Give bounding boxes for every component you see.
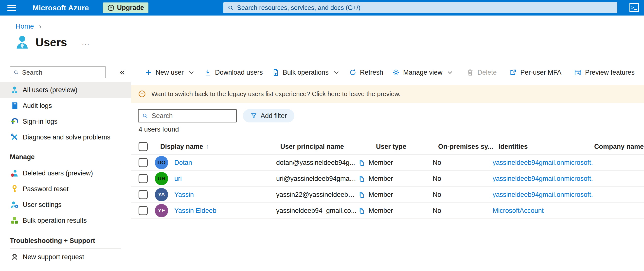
bulk-operations-button[interactable]: Bulk operations bbox=[272, 69, 340, 76]
sidebar-item-user-settings[interactable]: User settings bbox=[0, 197, 131, 213]
column-header-on-premises[interactable]: On-premises sy... bbox=[438, 143, 493, 150]
azure-portal: Microsoft Azure Upgrade >_ Home › Users … bbox=[0, 0, 644, 271]
sidebar-item-label: Sign-in logs bbox=[23, 118, 58, 125]
row-checkbox[interactable] bbox=[138, 190, 148, 199]
sign-in-logs-icon bbox=[10, 117, 19, 126]
users-table: Display name↑ User principal name User t… bbox=[131, 138, 644, 219]
preview-banner[interactable]: Want to switch back to the legacy users … bbox=[131, 85, 644, 103]
table-row: YA Yassin yassin22@yassineldeeb94... Mem… bbox=[131, 187, 644, 203]
sidebar-item-bulk-operation-results[interactable]: Bulk operation results bbox=[0, 213, 131, 228]
copy-icon[interactable] bbox=[358, 175, 366, 183]
user-principal-name: yassineldeeb94_gmail.co... bbox=[276, 207, 356, 215]
sidebar-search-input[interactable] bbox=[22, 69, 102, 76]
filter-funnel-icon bbox=[250, 112, 257, 119]
circle-minus-icon bbox=[138, 90, 146, 98]
table-header-row: Display name↑ User principal name User t… bbox=[131, 138, 644, 155]
sidebar-item-deleted-users[interactable]: Deleted users (preview) bbox=[0, 165, 131, 181]
display-name-link[interactable]: Yassin Eldeeb bbox=[174, 207, 216, 215]
identities-link[interactable]: yassineldeeb94gmail.onmicrosoft. bbox=[492, 175, 593, 183]
display-name-link[interactable]: Yassin bbox=[174, 191, 194, 199]
column-header-user-type[interactable]: User type bbox=[376, 143, 406, 150]
banner-text: Want to switch back to the legacy users … bbox=[152, 90, 401, 98]
page-title: Users bbox=[36, 36, 67, 49]
sidebar-item-label: Audit logs bbox=[23, 102, 52, 110]
sidebar-search[interactable] bbox=[10, 66, 106, 78]
main-content: New user Download users Bulk operations … bbox=[131, 0, 644, 271]
azure-brand[interactable]: Microsoft Azure bbox=[32, 4, 89, 12]
user-type: Member bbox=[368, 175, 393, 183]
copy-icon[interactable] bbox=[358, 159, 366, 167]
chevron-right-icon: › bbox=[39, 22, 42, 30]
display-name-link[interactable]: uri bbox=[174, 175, 182, 183]
on-premises-sync: No bbox=[433, 191, 441, 199]
sort-ascending-icon: ↑ bbox=[206, 143, 209, 150]
gear-icon bbox=[392, 69, 400, 76]
manage-view-button[interactable]: Manage view bbox=[392, 69, 454, 76]
copy-icon[interactable] bbox=[358, 191, 366, 199]
arrow-up-circle-icon bbox=[107, 4, 115, 11]
users-page-icon bbox=[14, 34, 30, 50]
column-header-identities[interactable]: Identities bbox=[498, 143, 528, 150]
on-premises-sync: No bbox=[433, 207, 441, 215]
select-all-checkbox[interactable] bbox=[138, 142, 148, 151]
user-icon bbox=[10, 86, 19, 94]
hamburger-menu-icon[interactable] bbox=[8, 5, 16, 11]
sidebar-item-label: Diagnose and solve problems bbox=[23, 134, 110, 141]
sidebar-item-diagnose[interactable]: Diagnose and solve problems bbox=[0, 129, 131, 145]
user-type: Member bbox=[368, 159, 393, 167]
sidebar-item-password-reset[interactable]: Password reset bbox=[0, 181, 131, 197]
download-users-button[interactable]: Download users bbox=[204, 69, 263, 76]
delete-button[interactable]: Delete bbox=[466, 69, 496, 76]
column-header-upn[interactable]: User principal name bbox=[280, 143, 344, 150]
user-principal-name: uri@yassineldeeb94gmail.... bbox=[276, 175, 358, 183]
copy-icon[interactable] bbox=[358, 207, 366, 215]
plus-icon bbox=[145, 69, 152, 76]
avatar: UR bbox=[155, 172, 168, 185]
sidebar-item-audit-logs[interactable]: Audit logs bbox=[0, 98, 131, 114]
more-options-icon[interactable]: … bbox=[81, 38, 90, 47]
search-icon bbox=[13, 69, 19, 76]
preview-features-button[interactable]: Preview features bbox=[574, 69, 635, 76]
on-premises-sync: No bbox=[433, 159, 441, 167]
sidebar-item-new-support-request[interactable]: New support request bbox=[0, 249, 131, 265]
sidebar-section-troubleshooting: Troubleshooting + Support bbox=[0, 233, 131, 249]
row-checkbox[interactable] bbox=[138, 206, 148, 215]
sidebar-item-label: All users (preview) bbox=[23, 86, 78, 94]
column-header-company-name[interactable]: Company name bbox=[594, 143, 644, 150]
column-header-display-name[interactable]: Display name↑ bbox=[160, 143, 209, 150]
cubes-icon bbox=[10, 216, 19, 225]
chevron-down-icon bbox=[332, 69, 340, 76]
sidebar-item-label: Password reset bbox=[23, 185, 68, 193]
table-row: DO Dotan dotan@yassineldeeb94g... Member… bbox=[131, 155, 644, 171]
identities-link[interactable]: MicrosoftAccount bbox=[492, 207, 544, 215]
row-checkbox[interactable] bbox=[138, 174, 148, 183]
download-icon bbox=[204, 69, 212, 76]
deleted-user-icon bbox=[10, 169, 19, 177]
add-filter-button[interactable]: Add filter bbox=[243, 109, 294, 122]
audit-logs-icon bbox=[10, 101, 19, 110]
identities-link[interactable]: yassineldeeb94gmail.onmicrosoft. bbox=[492, 159, 593, 167]
sidebar-item-label: Deleted users (preview) bbox=[23, 170, 93, 177]
breadcrumb-home-link[interactable]: Home bbox=[16, 22, 34, 30]
refresh-button[interactable]: Refresh bbox=[349, 69, 384, 76]
sidebar-item-label: User settings bbox=[23, 201, 62, 209]
identities-link[interactable]: yassineldeeb94gmail.onmicrosoft. bbox=[492, 191, 593, 199]
user-principal-name: yassin22@yassineldeeb94... bbox=[276, 191, 358, 199]
per-user-mfa-button[interactable]: Per-user MFA bbox=[510, 69, 562, 76]
row-checkbox[interactable] bbox=[138, 158, 148, 167]
new-user-button[interactable]: New user bbox=[145, 69, 195, 76]
sidebar-item-all-users[interactable]: All users (preview) bbox=[0, 82, 131, 98]
users-search[interactable] bbox=[138, 109, 237, 122]
sidebar-nav: All users (preview) Audit logs Sign-in l… bbox=[0, 82, 131, 265]
sidebar-item-sign-in-logs[interactable]: Sign-in logs bbox=[0, 114, 131, 129]
sidebar-item-label: Bulk operation results bbox=[23, 217, 87, 225]
display-name-link[interactable]: Dotan bbox=[174, 159, 192, 167]
users-search-input[interactable] bbox=[152, 112, 233, 120]
user-type: Member bbox=[368, 207, 393, 215]
avatar: DO bbox=[155, 156, 168, 169]
chevron-down-icon bbox=[446, 69, 454, 76]
preview-features-icon bbox=[574, 69, 582, 76]
search-icon bbox=[142, 112, 148, 119]
collapse-sidebar-icon[interactable]: « bbox=[120, 67, 125, 77]
sidebar-item-label: New support request bbox=[23, 253, 84, 261]
